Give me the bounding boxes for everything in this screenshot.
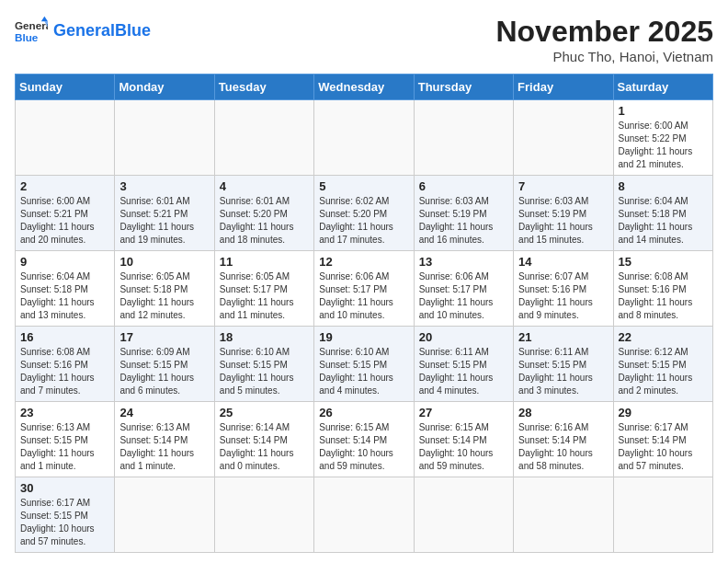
day-info: Sunrise: 6:17 AM Sunset: 5:15 PM Dayligh… <box>20 497 109 548</box>
day-info: Sunrise: 6:06 AM Sunset: 5:17 PM Dayligh… <box>419 270 508 322</box>
calendar-week-row: 1Sunrise: 6:00 AM Sunset: 5:22 PM Daylig… <box>16 100 713 176</box>
day-info: Sunrise: 6:11 AM Sunset: 5:15 PM Dayligh… <box>518 346 608 397</box>
day-info: Sunrise: 6:10 AM Sunset: 5:15 PM Dayligh… <box>319 346 408 397</box>
day-info: Sunrise: 6:10 AM Sunset: 5:15 PM Dayligh… <box>220 346 309 397</box>
day-number: 22 <box>619 330 708 344</box>
day-info: Sunrise: 6:12 AM Sunset: 5:15 PM Dayligh… <box>619 346 708 397</box>
calendar-cell <box>314 100 414 176</box>
weekday-header-row: SundayMondayTuesdayWednesdayThursdayFrid… <box>16 75 713 100</box>
day-number: 29 <box>619 406 708 419</box>
calendar-cell: 29Sunrise: 6:17 AM Sunset: 5:14 PM Dayli… <box>613 402 712 477</box>
day-info: Sunrise: 6:02 AM Sunset: 5:20 PM Dayligh… <box>319 195 408 247</box>
calendar-cell: 9Sunrise: 6:04 AM Sunset: 5:18 PM Daylig… <box>16 251 115 327</box>
day-info: Sunrise: 6:15 AM Sunset: 5:14 PM Dayligh… <box>419 421 508 473</box>
calendar-cell: 19Sunrise: 6:10 AM Sunset: 5:15 PM Dayli… <box>314 327 414 402</box>
calendar-cell: 20Sunrise: 6:11 AM Sunset: 5:15 PM Dayli… <box>414 327 513 402</box>
weekday-header-wednesday: Wednesday <box>314 75 414 100</box>
calendar-week-row: 9Sunrise: 6:04 AM Sunset: 5:18 PM Daylig… <box>16 251 713 327</box>
day-info: Sunrise: 6:04 AM Sunset: 5:18 PM Dayligh… <box>619 195 708 247</box>
calendar-cell <box>115 100 214 176</box>
location: Phuc Tho, Hanoi, Vietnam <box>495 49 713 64</box>
calendar-cell: 6Sunrise: 6:03 AM Sunset: 5:19 PM Daylig… <box>414 176 513 251</box>
day-info: Sunrise: 6:17 AM Sunset: 5:14 PM Dayligh… <box>619 421 708 473</box>
day-number: 23 <box>20 406 109 419</box>
day-info: Sunrise: 6:03 AM Sunset: 5:19 PM Dayligh… <box>419 195 508 247</box>
calendar-cell: 7Sunrise: 6:03 AM Sunset: 5:19 PM Daylig… <box>514 176 613 251</box>
calendar-cell: 26Sunrise: 6:15 AM Sunset: 5:14 PM Dayli… <box>314 402 414 477</box>
calendar-cell: 1Sunrise: 6:00 AM Sunset: 5:22 PM Daylig… <box>613 100 712 176</box>
logo-blue: Blue <box>115 21 151 40</box>
calendar-cell <box>115 477 214 553</box>
day-number: 5 <box>319 179 408 193</box>
calendar-week-row: 16Sunrise: 6:08 AM Sunset: 5:16 PM Dayli… <box>16 327 713 402</box>
weekday-header-thursday: Thursday <box>414 75 513 100</box>
day-info: Sunrise: 6:15 AM Sunset: 5:14 PM Dayligh… <box>319 421 408 473</box>
day-info: Sunrise: 6:00 AM Sunset: 5:21 PM Dayligh… <box>20 195 109 247</box>
day-number: 11 <box>220 255 309 269</box>
day-info: Sunrise: 6:14 AM Sunset: 5:14 PM Dayligh… <box>220 421 309 473</box>
day-number: 24 <box>119 406 209 419</box>
calendar-cell: 16Sunrise: 6:08 AM Sunset: 5:16 PM Dayli… <box>16 327 115 402</box>
calendar-cell: 17Sunrise: 6:09 AM Sunset: 5:15 PM Dayli… <box>115 327 214 402</box>
day-info: Sunrise: 6:13 AM Sunset: 5:14 PM Dayligh… <box>119 421 209 473</box>
calendar-cell <box>414 477 513 553</box>
svg-text:Blue: Blue <box>15 31 39 43</box>
day-number: 27 <box>419 406 508 419</box>
day-number: 17 <box>119 330 209 344</box>
day-number: 21 <box>518 330 608 344</box>
calendar-table: SundayMondayTuesdayWednesdayThursdayFrid… <box>15 74 713 553</box>
day-number: 6 <box>419 179 508 193</box>
day-number: 19 <box>319 330 408 344</box>
day-info: Sunrise: 6:00 AM Sunset: 5:22 PM Dayligh… <box>619 120 708 171</box>
page-header: General Blue GeneralBlue November 2025 P… <box>15 15 713 64</box>
calendar-week-row: 23Sunrise: 6:13 AM Sunset: 5:15 PM Dayli… <box>16 402 713 477</box>
day-number: 30 <box>20 481 109 495</box>
day-number: 3 <box>119 179 209 193</box>
calendar-cell: 11Sunrise: 6:05 AM Sunset: 5:17 PM Dayli… <box>214 251 313 327</box>
calendar-cell: 18Sunrise: 6:10 AM Sunset: 5:15 PM Dayli… <box>214 327 313 402</box>
day-number: 9 <box>20 255 109 269</box>
day-info: Sunrise: 6:03 AM Sunset: 5:19 PM Dayligh… <box>518 195 608 247</box>
day-number: 13 <box>419 255 508 269</box>
calendar-cell: 3Sunrise: 6:01 AM Sunset: 5:21 PM Daylig… <box>115 176 214 251</box>
day-info: Sunrise: 6:16 AM Sunset: 5:14 PM Dayligh… <box>518 421 608 473</box>
day-number: 26 <box>319 406 408 419</box>
day-number: 20 <box>419 330 508 344</box>
calendar-cell <box>514 477 613 553</box>
calendar-cell: 12Sunrise: 6:06 AM Sunset: 5:17 PM Dayli… <box>314 251 414 327</box>
calendar-week-row: 2Sunrise: 6:00 AM Sunset: 5:21 PM Daylig… <box>16 176 713 251</box>
day-info: Sunrise: 6:05 AM Sunset: 5:18 PM Dayligh… <box>119 270 209 322</box>
title-block: November 2025 Phuc Tho, Hanoi, Vietnam <box>495 15 713 64</box>
day-number: 1 <box>619 104 708 118</box>
calendar-cell: 22Sunrise: 6:12 AM Sunset: 5:15 PM Dayli… <box>613 327 712 402</box>
day-info: Sunrise: 6:01 AM Sunset: 5:21 PM Dayligh… <box>119 195 209 247</box>
day-number: 10 <box>119 255 209 269</box>
day-number: 28 <box>518 406 608 419</box>
day-info: Sunrise: 6:04 AM Sunset: 5:18 PM Dayligh… <box>20 270 109 322</box>
calendar-cell: 4Sunrise: 6:01 AM Sunset: 5:20 PM Daylig… <box>214 176 313 251</box>
calendar-cell: 28Sunrise: 6:16 AM Sunset: 5:14 PM Dayli… <box>514 402 613 477</box>
calendar-cell: 24Sunrise: 6:13 AM Sunset: 5:14 PM Dayli… <box>115 402 214 477</box>
calendar-cell: 30Sunrise: 6:17 AM Sunset: 5:15 PM Dayli… <box>16 477 115 553</box>
calendar-cell: 14Sunrise: 6:07 AM Sunset: 5:16 PM Dayli… <box>514 251 613 327</box>
calendar-cell: 5Sunrise: 6:02 AM Sunset: 5:20 PM Daylig… <box>314 176 414 251</box>
calendar-cell <box>314 477 414 553</box>
day-info: Sunrise: 6:08 AM Sunset: 5:16 PM Dayligh… <box>20 346 109 397</box>
calendar-cell: 23Sunrise: 6:13 AM Sunset: 5:15 PM Dayli… <box>16 402 115 477</box>
calendar-cell: 15Sunrise: 6:08 AM Sunset: 5:16 PM Dayli… <box>613 251 712 327</box>
weekday-header-friday: Friday <box>514 75 613 100</box>
calendar-cell <box>613 477 712 553</box>
day-number: 15 <box>619 255 708 269</box>
weekday-header-sunday: Sunday <box>16 75 115 100</box>
month-title: November 2025 <box>495 15 713 49</box>
weekday-header-saturday: Saturday <box>613 75 712 100</box>
calendar-cell <box>514 100 613 176</box>
calendar-cell: 27Sunrise: 6:15 AM Sunset: 5:14 PM Dayli… <box>414 402 513 477</box>
logo: General Blue GeneralBlue <box>15 15 151 48</box>
day-number: 7 <box>518 179 608 193</box>
day-number: 12 <box>319 255 408 269</box>
calendar-cell: 8Sunrise: 6:04 AM Sunset: 5:18 PM Daylig… <box>613 176 712 251</box>
weekday-header-monday: Monday <box>115 75 214 100</box>
day-info: Sunrise: 6:13 AM Sunset: 5:15 PM Dayligh… <box>20 421 109 473</box>
day-number: 16 <box>20 330 109 344</box>
